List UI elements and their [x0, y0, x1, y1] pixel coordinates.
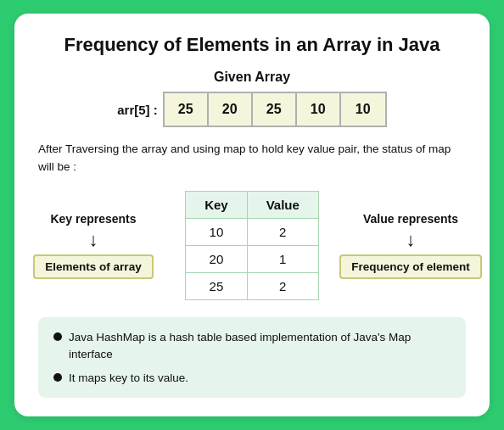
bullet-text: Java HashMap is a hash table based imple…: [69, 329, 452, 364]
bullet-text: It maps key to its value.: [69, 370, 188, 387]
array-cell: 20: [209, 93, 253, 126]
col-key-header: Key: [186, 191, 248, 218]
page-title: Frequency of Elements in an Array in Jav…: [38, 34, 466, 56]
bullet-item: It maps key to its value.: [53, 370, 452, 387]
main-card: Frequency of Elements in an Array in Jav…: [14, 14, 490, 416]
array-cell: 25: [253, 93, 297, 126]
array-row: arr[5] : 25 20 25 10 10: [38, 92, 466, 127]
array-cell: 10: [297, 93, 341, 126]
elements-of-array-box: Elements of array: [33, 254, 153, 279]
bullet-item: Java HashMap is a hash table based imple…: [53, 329, 452, 364]
col-value-header: Value: [247, 191, 318, 218]
array-cells: 25 20 25 10 10: [163, 92, 387, 127]
arrow-down-right: ↓: [406, 231, 416, 249]
key-represents-text: Key represents: [50, 212, 136, 226]
table-row: 2: [247, 218, 318, 245]
kv-table: Key Value 102201252: [185, 191, 319, 300]
array-cell: 25: [165, 93, 209, 126]
left-label-group: Key represents ↓ Elements of array: [38, 212, 148, 279]
table-row: 2: [247, 272, 318, 299]
middle-section: Key represents ↓ Elements of array Key V…: [38, 191, 466, 300]
arrow-down-left: ↓: [89, 231, 98, 249]
desc-text: After Traversing the array and using map…: [38, 141, 466, 176]
table-row: 25: [186, 272, 248, 299]
table-row: 10: [186, 218, 248, 245]
arr-label: arr[5] :: [117, 103, 158, 117]
table-row: 1: [247, 245, 318, 272]
array-cell: 10: [341, 93, 385, 126]
bullet-dot: [53, 332, 62, 341]
bullets-section: Java HashMap is a hash table based imple…: [38, 317, 466, 398]
bullet-dot: [53, 373, 62, 382]
kv-table-wrap: Key Value 102201252: [148, 191, 356, 300]
given-array-label: Given Array: [38, 70, 466, 85]
table-row: 20: [186, 245, 248, 272]
value-represents-text: Value represents: [363, 212, 458, 226]
right-label-group: Value represents ↓ Frequency of element: [356, 212, 466, 279]
frequency-of-element-box: Frequency of element: [339, 254, 482, 279]
